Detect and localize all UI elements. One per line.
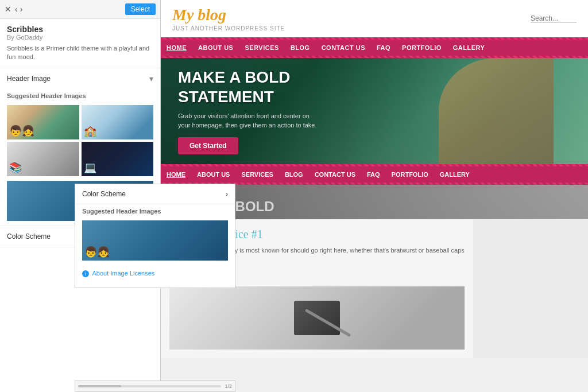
hero-content: MAKE A BOLD STATEMENT Grab your visitors… (161, 58, 339, 164)
hero-title: MAKE A BOLD STATEMENT (178, 68, 322, 106)
nav-item-services[interactable]: SERVICES (239, 40, 284, 56)
sidebar-top-bar: ✕ ‹ › Select (0, 0, 160, 19)
secondary-suggested-images-label: Suggested Header Images (75, 204, 235, 218)
secondary-color-scheme-toggle[interactable]: Color Scheme › (75, 184, 235, 204)
scrollbar-area[interactable]: 1/2 (75, 381, 235, 392)
about-licenses-link[interactable]: i About Image Licenses (75, 265, 235, 282)
blog-title-area: My blog JUST ANOTHER WORDPRESS SITE (172, 6, 285, 32)
nav2-item-contact[interactable]: CONTACT US (309, 166, 361, 183)
blog-subtitle: JUST ANOTHER WORDPRESS SITE (172, 25, 285, 32)
nav-item-portfolio[interactable]: PORTFOLIO (396, 40, 447, 56)
blog-title: My blog (172, 6, 285, 24)
nav2-item-blog[interactable]: BLOG (279, 166, 309, 183)
product-image (169, 286, 465, 350)
secondary-color-scheme-label: Color Scheme (82, 190, 126, 198)
back-button[interactable]: ‹ (15, 5, 18, 14)
nav-item-blog[interactable]: BLOG (285, 40, 316, 56)
blog-search-input[interactable] (531, 14, 577, 23)
blog-sidebar (473, 219, 588, 358)
select-button[interactable]: Select (125, 3, 156, 15)
theme-author: By GoDaddy (7, 34, 153, 41)
secondary-header-image-option[interactable] (82, 220, 228, 261)
header-image-label: Header Image (7, 75, 51, 83)
header-image-toggle[interactable]: Header Image ▾ (0, 68, 160, 89)
scrollbar-track[interactable] (78, 385, 221, 387)
suggested-images-label: Suggested Header Images (0, 89, 160, 103)
header-image-option-1[interactable] (7, 105, 79, 139)
forward-button[interactable]: › (20, 5, 23, 14)
scrollbar-thumb[interactable] (78, 385, 121, 387)
nav-item-contact[interactable]: CONTACT US (316, 40, 371, 56)
theme-description: Scribbles is a Primer child theme with a… (7, 44, 153, 62)
color-scheme-label: Color Scheme (7, 232, 51, 240)
nav-item-about[interactable]: ABOUT US (192, 40, 239, 56)
theme-name: Scribbles (7, 25, 153, 34)
get-started-button[interactable]: Get Started (178, 137, 238, 154)
header-image-option-4[interactable] (82, 142, 154, 176)
secondary-color-scheme-arrow-icon: › (226, 190, 228, 198)
blog-header: My blog JUST ANOTHER WORDPRESS SITE (161, 0, 588, 37)
page-indicator: 1/2 (225, 383, 232, 389)
secondary-color-scheme-section: Color Scheme › (75, 184, 235, 204)
header-image-option-2[interactable] (82, 105, 154, 139)
close-button[interactable]: ✕ (5, 5, 11, 14)
hero-background-figure (439, 58, 554, 164)
suggested-images-grid (0, 103, 160, 181)
header-image-option-3[interactable] (7, 142, 79, 176)
secondary-sidebar: Color Scheme › Suggested Header Images i… (75, 184, 235, 288)
blog-nav: HOME ABOUT US SERVICES BLOG CONTACT US F… (161, 40, 588, 56)
expand-arrow-icon: ▾ (149, 74, 153, 83)
secondary-image-option (75, 218, 235, 265)
nav-item-home[interactable]: HOME (161, 40, 192, 56)
hero-subtitle: Grab your visitors' attention front and … (178, 111, 322, 130)
hero-section: MAKE A BOLD STATEMENT Grab your visitors… (161, 58, 588, 164)
nav-item-gallery[interactable]: GALLERY (447, 40, 491, 56)
nav2-item-home[interactable]: HOME (161, 166, 191, 183)
nav2-item-about[interactable]: ABOUT US (191, 166, 235, 183)
nav2-item-services[interactable]: SERVICES (235, 166, 278, 183)
nav-item-faq[interactable]: FAQ (371, 40, 396, 56)
info-icon: i (82, 270, 89, 277)
blog-nav2: HOME ABOUT US SERVICES BLOG CONTACT US F… (161, 166, 588, 183)
nav2-item-portfolio[interactable]: PORTFOLIO (386, 166, 434, 183)
nav2-item-faq[interactable]: FAQ (361, 166, 386, 183)
theme-info: Scribbles By GoDaddy Scribbles is a Prim… (0, 19, 160, 68)
nav2-item-gallery[interactable]: GALLERY (434, 166, 475, 183)
